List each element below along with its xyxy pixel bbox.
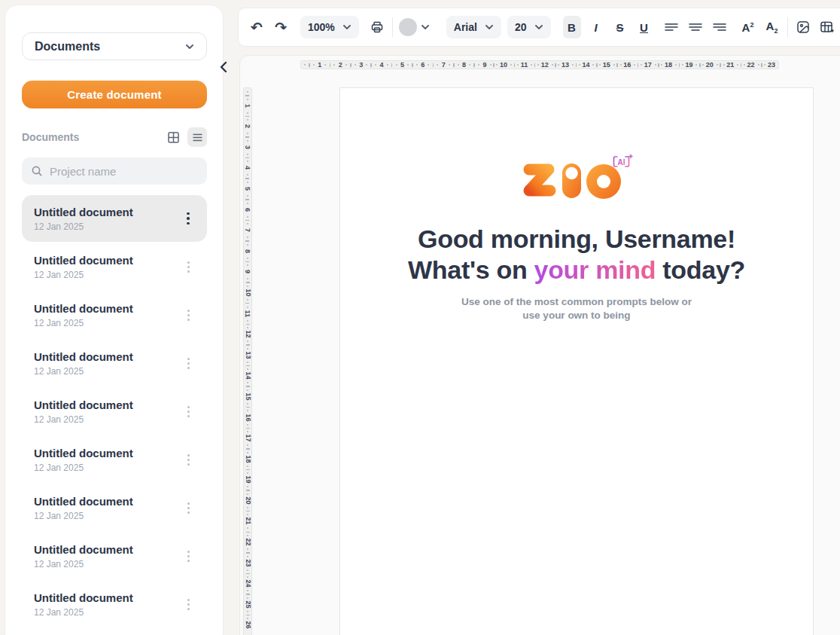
zoom-select[interactable]: 100% — [300, 16, 359, 38]
document-list: Untitled document 12 Jan 2025 Untitled d… — [22, 195, 207, 627]
create-document-button[interactable]: Create document — [22, 81, 207, 108]
document-menu-button[interactable] — [180, 353, 196, 373]
app: { "sidebar": { "workspace_selector": { "… — [0, 0, 840, 635]
svg-text:AI: AI — [618, 158, 625, 166]
document-title: Untitled document — [34, 447, 180, 459]
document-title: Untitled document — [34, 543, 180, 556]
font-size-select[interactable]: 20 — [507, 16, 551, 38]
align-right-icon — [713, 22, 726, 32]
search-icon — [31, 165, 43, 177]
editor-toolbar: ↶ ↷ 100% Arial 20 B I S U — [238, 8, 840, 47]
redo-button[interactable]: ↷ — [272, 16, 290, 38]
underline-button[interactable]: U — [635, 16, 653, 38]
align-left-icon — [665, 22, 678, 32]
documents-section-label: Documents — [22, 131, 79, 143]
document-search[interactable] — [22, 157, 207, 185]
table-add-icon — [819, 20, 835, 35]
document-menu-button[interactable] — [180, 305, 196, 325]
zio-logo-icon: AI — [516, 153, 637, 203]
document-title: Untitled document — [34, 206, 180, 218]
greeting-line2-post: today? — [656, 255, 745, 284]
document-date: 12 Jan 2025 — [34, 318, 180, 328]
chevron-down-icon — [342, 23, 352, 32]
document-list-item[interactable]: Untitled document 12 Jan 2025 — [22, 581, 207, 627]
toolbar-divider — [787, 17, 788, 37]
workspace-selector[interactable]: Documents — [22, 32, 207, 60]
document-list-item[interactable]: Untitled document 12 Jan 2025 — [22, 292, 207, 338]
subtitle-line1: Use one of the most common prompts below… — [461, 296, 692, 307]
document-list-item[interactable]: Untitled document 12 Jan 2025 — [22, 533, 207, 579]
document-date: 12 Jan 2025 — [34, 221, 180, 232]
document-menu-button[interactable] — [180, 401, 196, 421]
horizontal-ruler: 1234567891011121314151617181920212223 — [300, 60, 779, 69]
document-page[interactable]: AI Good morning, Username! What's on you… — [339, 87, 814, 635]
greeting-line2-pre: What's on — [408, 255, 534, 284]
grid-icon — [167, 131, 180, 144]
document-menu-button[interactable] — [180, 257, 196, 276]
vertical-ruler: 1234567891011121314151617181920212223242… — [243, 87, 252, 635]
document-menu-button[interactable] — [180, 209, 196, 228]
sidebar: Documents Create document Documents — [5, 5, 224, 635]
document-title: Untitled document — [34, 591, 180, 604]
document-menu-button[interactable] — [180, 450, 196, 469]
document-menu-button[interactable] — [180, 546, 196, 566]
document-title: Untitled document — [34, 350, 180, 363]
align-right-button[interactable] — [711, 16, 729, 38]
insert-table-button[interactable] — [818, 16, 836, 38]
undo-icon: ↶ — [251, 20, 263, 35]
document-list-item[interactable]: Untitled document 12 Jan 2025 — [22, 436, 207, 483]
workspace-selector-label: Documents — [35, 40, 100, 53]
print-button[interactable] — [368, 16, 386, 38]
zoom-value: 100% — [308, 21, 335, 33]
document-menu-button[interactable] — [180, 594, 196, 614]
document-date: 12 Jan 2025 — [34, 270, 180, 280]
document-date: 12 Jan 2025 — [34, 463, 180, 473]
document-date: 12 Jan 2025 — [34, 559, 180, 569]
sidebar-collapse-button[interactable] — [217, 59, 230, 75]
ai-badge-icon: AI — [614, 154, 634, 166]
document-list-item[interactable]: Untitled document 12 Jan 2025 — [22, 388, 207, 435]
document-list-item[interactable]: Untitled document 12 Jan 2025 — [22, 195, 207, 242]
greeting-heading: Good morning, Username! What's on your m… — [340, 224, 813, 285]
italic-button[interactable]: I — [587, 16, 605, 38]
document-list-item[interactable]: Untitled document 12 Jan 2025 — [22, 340, 207, 386]
subtitle-line2: use your own to being — [522, 310, 630, 321]
document-title: Untitled document — [34, 302, 180, 315]
logo: AI — [340, 153, 813, 203]
view-toggles — [163, 127, 207, 147]
list-view-button[interactable] — [187, 127, 207, 147]
undo-button[interactable]: ↶ — [248, 16, 266, 38]
document-date: 12 Jan 2025 — [34, 511, 180, 521]
editor-canvas: 1234567891011121314151617181920212223 12… — [239, 55, 840, 635]
toolbar-divider — [392, 17, 393, 37]
documents-header: Documents — [22, 127, 207, 147]
document-title: Untitled document — [34, 254, 180, 267]
chevron-down-icon — [534, 23, 543, 32]
chevron-left-icon — [219, 61, 228, 73]
chevron-down-icon — [185, 42, 194, 51]
document-list-item[interactable]: Untitled document 12 Jan 2025 — [22, 243, 207, 290]
align-center-button[interactable] — [686, 16, 705, 38]
chevron-down-icon — [421, 23, 430, 32]
printer-icon — [370, 20, 385, 35]
document-menu-button[interactable] — [180, 498, 196, 517]
bold-button[interactable]: B — [563, 16, 581, 38]
document-date: 12 Jan 2025 — [34, 607, 180, 618]
grid-view-button[interactable] — [163, 127, 183, 147]
color-swatch — [399, 18, 417, 36]
subscript-button[interactable]: A2 — [763, 16, 781, 38]
align-left-button[interactable] — [662, 16, 680, 38]
font-family-select[interactable]: Arial — [446, 16, 501, 38]
search-input[interactable] — [50, 165, 199, 178]
list-icon — [191, 131, 204, 144]
insert-image-button[interactable] — [794, 16, 812, 38]
color-picker[interactable] — [399, 18, 430, 36]
chevron-down-icon — [485, 23, 494, 32]
superscript-button[interactable]: A2 — [739, 16, 757, 38]
document-list-item[interactable]: Untitled document 12 Jan 2025 — [22, 484, 207, 531]
document-date: 12 Jan 2025 — [34, 366, 180, 377]
greeting-subtitle: Use one of the most common prompts below… — [340, 295, 813, 322]
greeting-line1: Good morning, Username! — [418, 224, 735, 253]
document-title: Untitled document — [34, 398, 180, 411]
strikethrough-button[interactable]: S — [611, 16, 629, 38]
